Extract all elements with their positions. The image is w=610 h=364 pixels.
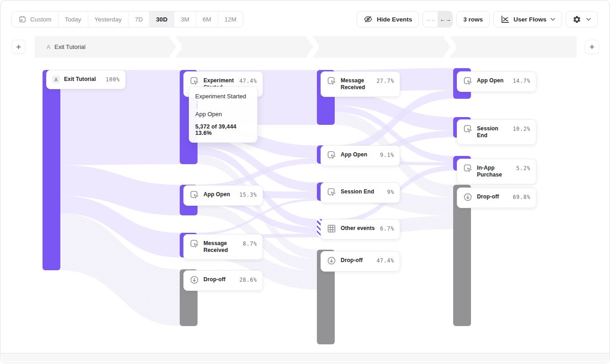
node-label: Exit Tutorial (64, 76, 102, 83)
node-label: App Open (203, 191, 235, 198)
flow-node-card-other3[interactable]: Other events6.7% (321, 219, 400, 240)
node-percent: 9.1% (380, 152, 394, 158)
node-label: Message Received (203, 240, 239, 254)
link-tooltip: Experiment Started App Open 5,372 of 39,… (189, 86, 257, 143)
drop-off-icon (326, 256, 337, 266)
cursor-click-icon (463, 163, 473, 173)
cursor-click-icon (463, 124, 473, 134)
flow-node-card-drop2[interactable]: Drop-off28.6% (183, 270, 263, 291)
node-label: Drop-off (341, 257, 372, 264)
node-percent: 5.2% (516, 165, 530, 171)
node-percent: 6.7% (380, 225, 394, 232)
flow-node-card-app4[interactable]: App Open14.7% (457, 71, 536, 92)
node-percent: 9% (387, 189, 394, 195)
flow-node-card-drop3[interactable]: Drop-off47.4% (321, 251, 400, 272)
user-flows-app: CustomTodayYesterday7D30D3M6M12M Hide Ev… (0, 0, 610, 363)
node-label: Drop-off (477, 193, 508, 200)
flow-node-bar-exit[interactable] (43, 70, 60, 270)
node-label: Drop-off (203, 276, 235, 283)
tooltip-stat: 5,372 of 39,444 13.6% (195, 123, 251, 136)
node-percent: 14.7% (513, 78, 530, 84)
cursor-click-icon (189, 239, 199, 249)
drop-off-icon (463, 192, 473, 202)
grid-icon (326, 224, 337, 234)
cursor-click-icon (189, 76, 199, 86)
flow-node-card-app3[interactable]: App Open9.1% (321, 145, 400, 166)
flow-node-card-inapp4[interactable]: In-App Purchase5.2% (457, 159, 536, 184)
flow-node-card-msg2[interactable]: Message Received8.7% (183, 234, 263, 260)
tooltip-target-event: App Open (195, 111, 251, 118)
node-percent: 8.7% (243, 241, 257, 247)
node-percent: 27.7% (376, 78, 394, 84)
cursor-click-icon (189, 190, 199, 200)
cursor-click-icon (326, 76, 337, 86)
horizontal-scrollbar-track[interactable] (1, 353, 609, 361)
node-label: App Open (477, 77, 508, 84)
node-label: App Open (341, 151, 376, 158)
step-a-badge: A (52, 75, 60, 83)
cursor-click-icon (326, 150, 337, 160)
node-percent: 15.3% (239, 192, 257, 198)
flow-node-card-exit[interactable]: AExit Tutorial100% (46, 70, 126, 89)
node-percent: 69.8% (513, 194, 530, 200)
flow-node-card-drop4[interactable]: Drop-off69.8% (457, 187, 536, 208)
tooltip-source-event: Experiment Started (195, 93, 251, 100)
drop-off-icon (189, 275, 199, 285)
node-percent: 47.4% (239, 78, 257, 84)
node-percent: 28.6% (239, 277, 257, 283)
node-percent: 47.4% (376, 257, 394, 264)
flow-node-card-sess4[interactable]: Session End10.2% (457, 119, 536, 145)
flow-node-card-msg3[interactable]: Message Received27.7% (321, 71, 400, 97)
node-label: Other events (341, 225, 376, 232)
tooltip-connector-dots-icon (197, 102, 198, 108)
node-label: In-App Purchase (477, 165, 512, 178)
node-label: Message Received (341, 77, 372, 91)
node-percent: 10.2% (513, 126, 530, 132)
cursor-click-icon (326, 187, 337, 197)
cursor-click-icon (463, 76, 473, 86)
node-label: Session End (477, 125, 508, 139)
node-label: Session End (341, 188, 383, 195)
flow-node-card-sess3[interactable]: Session End9% (321, 182, 400, 203)
node-percent: 100% (106, 76, 120, 83)
flow-node-card-app2[interactable]: App Open15.3% (183, 185, 263, 206)
